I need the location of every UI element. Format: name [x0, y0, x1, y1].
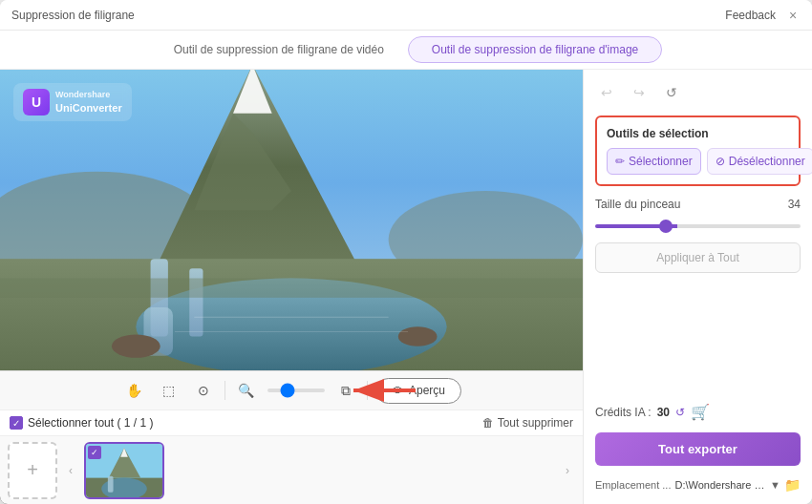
- brush-section: Taille du pinceau 34: [595, 198, 801, 231]
- svg-rect-13: [0, 279, 583, 298]
- close-button[interactable]: ×: [785, 8, 801, 23]
- cart-icon[interactable]: 🛒: [691, 403, 710, 421]
- zoom-out-button[interactable]: 🔍: [233, 377, 260, 404]
- brush-slider[interactable]: [595, 224, 801, 228]
- location-section: Emplacement ... D:\Wondershare UniCor ▼ …: [595, 477, 801, 493]
- thumbnails-area: + ‹ ✓ ›: [0, 435, 583, 504]
- brush-header: Taille du pinceau 34: [595, 198, 801, 211]
- location-path: D:\Wondershare UniCor: [674, 479, 766, 491]
- window-title: Suppression de filigrane: [11, 9, 135, 22]
- deselect-tool-button[interactable]: ⊘ Désélectionner: [707, 148, 812, 175]
- redo-button[interactable]: ↪: [628, 81, 651, 104]
- credits-label: Crédits IA :: [595, 406, 652, 419]
- thumbnails-prev-button[interactable]: ‹: [63, 442, 78, 499]
- location-folder-icon[interactable]: 📁: [784, 477, 801, 493]
- undo-button[interactable]: ↩: [595, 81, 618, 104]
- image-toolbar: ✋ ⬚ ⊙ 🔍 ⧉ 👁 Aperçu: [0, 370, 583, 410]
- svg-point-11: [112, 334, 160, 357]
- toolbar-sep-1: [224, 381, 225, 400]
- tab-image[interactable]: Outil de suppression de filigrane d'imag…: [408, 36, 662, 63]
- section-title: Outils de sélection: [607, 127, 789, 140]
- toolbar-area: ✋ ⬚ ⊙ 🔍 ⧉ 👁 Aperçu: [0, 370, 583, 410]
- credits-value: 30: [657, 406, 670, 419]
- pencil-icon: ✏: [615, 155, 625, 168]
- location-dropdown[interactable]: ▼: [770, 479, 780, 491]
- history-buttons: ↩ ↪ ↺: [595, 81, 801, 104]
- tab-video[interactable]: Outil de suppression de filigrane de vid…: [150, 36, 408, 63]
- title-bar: Suppression de filigrane Feedback ×: [0, 0, 812, 31]
- logo-overlay: U Wondershare UniConverter: [13, 83, 132, 121]
- split-view-button[interactable]: ⧉: [332, 377, 359, 404]
- main-window: Suppression de filigrane Feedback × Outi…: [0, 0, 812, 504]
- left-panel: U Wondershare UniConverter ✋ ⬚ ⊙: [0, 70, 583, 504]
- svg-point-12: [398, 326, 438, 346]
- svg-rect-23: [108, 475, 114, 492]
- selection-tools-section: Outils de sélection ✏ Sélectionner ⊘ Dés…: [595, 116, 801, 186]
- feedback-link[interactable]: Feedback: [725, 9, 776, 22]
- brush-label: Taille du pinceau: [595, 198, 680, 211]
- delete-all-button[interactable]: 🗑 Tout supprimer: [482, 416, 573, 430]
- hand-tool-button[interactable]: ✋: [121, 377, 148, 404]
- image-area: U Wondershare UniConverter: [0, 70, 583, 370]
- apply-all-button[interactable]: Appliquer à Tout: [595, 242, 801, 273]
- bottom-panel: ✓ Sélectionner tout ( 1 / 1 ) 🗑 Tout sup…: [0, 410, 583, 435]
- location-label: Emplacement ...: [595, 479, 671, 491]
- credits-section: Crédits IA : 30 ↺ 🛒: [595, 403, 801, 421]
- refresh-icon[interactable]: ↺: [675, 406, 685, 419]
- export-button[interactable]: Tout exporter: [595, 432, 801, 466]
- preview-button[interactable]: 👁 Aperçu: [375, 378, 461, 404]
- logo-icon: U: [23, 89, 50, 116]
- zoom-slider[interactable]: [267, 388, 325, 392]
- checkbox-icon: ✓: [10, 416, 23, 430]
- select-rect-button[interactable]: ⬚: [156, 377, 182, 404]
- trash-icon: 🗑: [482, 416, 494, 430]
- thumbnail-item[interactable]: ✓: [84, 442, 164, 499]
- tab-bar: Outil de suppression de filigrane de vid…: [0, 31, 812, 70]
- lasso-tool-button[interactable]: ⊙: [190, 377, 217, 404]
- add-image-button[interactable]: +: [8, 442, 57, 499]
- right-spacer: [595, 284, 801, 391]
- logo-text: Wondershare UniConverter: [55, 90, 122, 115]
- eye-icon: 👁: [392, 384, 404, 398]
- select-all-checkbox[interactable]: ✓ Sélectionner tout ( 1 / 1 ): [10, 416, 153, 430]
- toolbar-sep-2: [367, 381, 368, 400]
- eraser-icon: ⊘: [716, 155, 725, 168]
- reset-button[interactable]: ↺: [660, 81, 683, 104]
- title-bar-right: Feedback ×: [725, 8, 801, 23]
- tool-buttons: ✏ Sélectionner ⊘ Désélectionner: [607, 148, 789, 175]
- main-content: U Wondershare UniConverter ✋ ⬚ ⊙: [0, 70, 812, 504]
- right-panel: ↩ ↪ ↺ Outils de sélection ✏ Sélectionner…: [583, 70, 812, 504]
- select-tool-button[interactable]: ✏ Sélectionner: [607, 148, 701, 175]
- thumbnails-next-button[interactable]: ›: [560, 442, 575, 499]
- thumbnail-check: ✓: [88, 446, 101, 459]
- thumbnails-scroll: ✓: [84, 442, 554, 499]
- brush-value: 34: [788, 198, 801, 211]
